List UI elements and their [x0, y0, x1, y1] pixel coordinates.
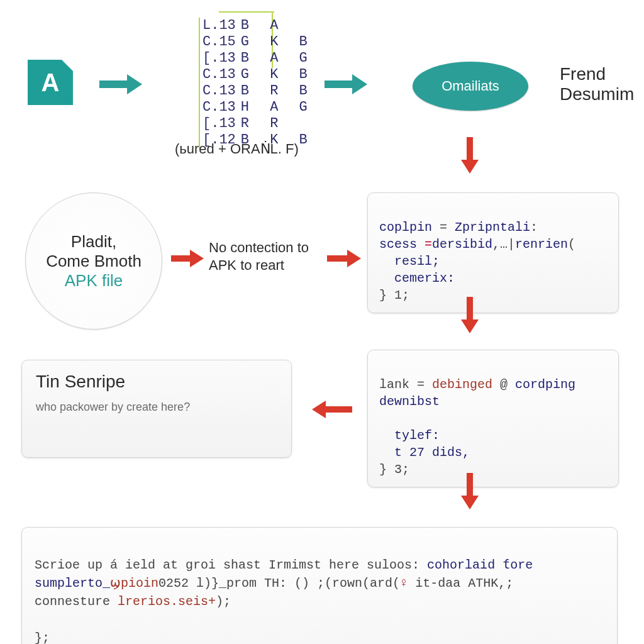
code-card-bottom: Scrioe up á ield at groi shast Irmimst h… — [21, 527, 618, 644]
code-token: 0252 l)}_prom TH: () ;(rown(ard( — [158, 576, 400, 591]
grid-idx: L.13 — [203, 18, 236, 33]
mid-caption-line: No contection to — [209, 239, 322, 257]
code-token: resil; — [379, 254, 440, 269]
code-token: Zpripntali — [455, 220, 530, 235]
arrow-left-icon — [308, 402, 352, 416]
arrow-down-icon — [463, 137, 477, 175]
code-token: dersibid — [432, 237, 492, 252]
grid-idx: C.15 — [203, 34, 236, 50]
question-card: Tin Senripe who раckower by create here? — [21, 360, 292, 458]
code-token: dewnibst — [379, 394, 440, 409]
code-token: ϣpioin — [110, 576, 158, 591]
grid-idx: C.13 — [203, 99, 236, 115]
code-token: ,…| — [492, 237, 515, 252]
code-token: renrien — [515, 237, 568, 252]
code-token: tylef: — [379, 428, 440, 443]
grid-letters: B A — [236, 18, 285, 33]
grid-letters: H A G — [236, 99, 314, 115]
letter-grid: L.13B A C.15G K B [.13B A G C.13G K B C.… — [199, 18, 314, 148]
code-token: sumplerto_ — [35, 576, 110, 591]
code-token: ♀ — [400, 576, 408, 591]
question-sub: who раckower by create here? — [36, 401, 277, 414]
code-token: cohorlaid ƭore — [427, 558, 533, 572]
arrow-right-icon — [327, 252, 362, 265]
process-ellipse: Omailiats — [413, 62, 528, 111]
arrow-icon — [99, 77, 143, 92]
code-token: coplpin — [379, 220, 432, 235]
code-token: @ — [492, 377, 515, 392]
code-token: scess — [379, 237, 425, 252]
grid-letters: B A G — [236, 50, 314, 66]
question-title: Tin Senripe — [36, 372, 277, 392]
arrow-right-icon — [171, 252, 205, 265]
code-token: cemerix: — [379, 271, 455, 286]
code-token: ); — [216, 594, 231, 609]
code-token: } 1; — [379, 288, 409, 303]
file-icon-letter: A — [28, 69, 73, 97]
arrow-down-icon — [463, 473, 477, 511]
code-card-1: coplpin = Zpripntali: scess =dersibid,…|… — [367, 192, 619, 313]
grid-idx: C.13 — [203, 83, 236, 99]
code-token: lank = — [379, 377, 432, 392]
code-token: connesture — [35, 594, 118, 609]
arrow-icon — [325, 77, 369, 92]
code-token: cordping — [515, 377, 575, 392]
code-token: t 27 dids, — [379, 445, 470, 460]
side-label: Frend Desumim — [560, 64, 634, 104]
code-token: it-daa ATHK,; — [408, 576, 513, 591]
code-token: Scrioe up á ield at groi shast Irmimst h… — [35, 558, 427, 572]
grid-letters: B R B — [236, 83, 314, 99]
circle-line: Come Bmoth — [46, 252, 142, 271]
circle-line: Pladit, — [71, 232, 116, 252]
code-token: = — [432, 220, 455, 235]
grid-idx: [.13 — [203, 116, 236, 131]
grid-caption: (ьured + ORAṄL. F) — [175, 141, 299, 157]
code-token: ( — [568, 237, 575, 252]
grid-idx: C.13 — [203, 67, 236, 82]
grid-letters: R R — [236, 116, 285, 131]
ellipse-label: Omailiats — [441, 78, 499, 94]
code-card-2: lank = debinged @ cordping dewnibst tyle… — [367, 350, 619, 487]
grid-idx: [.13 — [203, 50, 236, 66]
side-label-line: Frend — [560, 64, 634, 84]
grid-letters: G K B — [236, 34, 314, 50]
code-token: }; — [35, 631, 50, 644]
arrow-down-icon — [463, 297, 477, 335]
source-circle: Pladit, Come Bmoth APK file — [25, 192, 162, 330]
code-token: lrerios.seis+ — [118, 594, 216, 609]
code-token: } 3; — [379, 462, 409, 477]
code-token: = — [425, 237, 432, 252]
grid-highlight — [219, 11, 274, 13]
mid-caption-line: APK to reart — [209, 257, 322, 274]
circle-line-apk: APK file — [65, 271, 123, 291]
code-token: debinged — [432, 377, 492, 392]
apk-file-icon: A — [28, 60, 73, 105]
side-label-line: Desumim — [560, 84, 634, 104]
mid-caption: No contection to APK to reart — [209, 239, 322, 274]
grid-letters: G K B — [236, 67, 314, 82]
